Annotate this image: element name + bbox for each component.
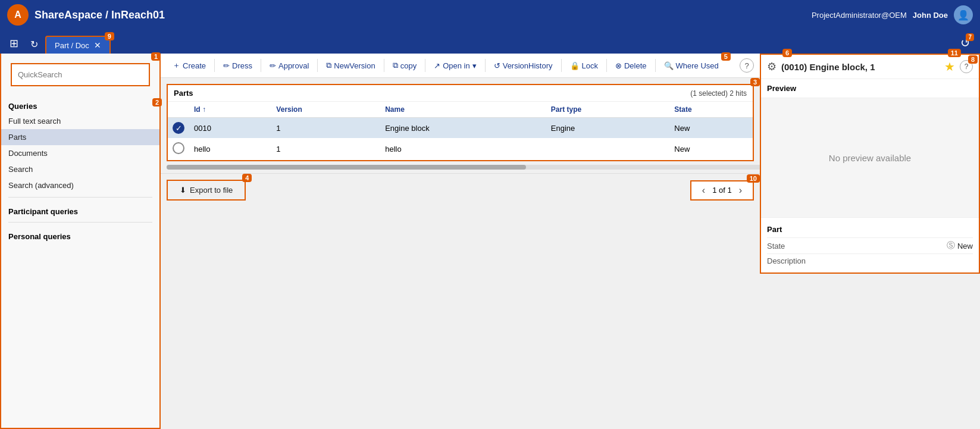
col-name[interactable]: Name — [380, 102, 546, 118]
parts-table-area: Id ↑ Version Name Part type State — [168, 102, 753, 160]
dress-icon: ✏ — [223, 61, 230, 70]
copy-button[interactable]: ⧉ copy — [387, 58, 422, 73]
toolbar-sep-3 — [317, 59, 318, 72]
col-state[interactable]: State — [669, 102, 753, 118]
row-select-cell[interactable]: ✓ — [168, 118, 189, 139]
gear-icon[interactable]: ⚙ — [767, 60, 777, 73]
toolbar-sep-5 — [425, 59, 425, 72]
table-row[interactable]: ✓ 0010 1 Engine block Engine New — [168, 118, 753, 139]
copy-label: copy — [400, 61, 417, 70]
description-field: Description — [767, 253, 973, 268]
export-button[interactable]: ⬇ Export to file — [167, 180, 246, 201]
approval-icon: ✏ — [270, 61, 276, 70]
newversion-icon: ⧉ — [326, 61, 331, 70]
create-button[interactable]: ＋ Create — [167, 57, 212, 74]
sidebar-item-search[interactable]: Search — [1, 161, 159, 177]
row-id: hello — [189, 138, 271, 160]
toolbar-help-button[interactable]: ? — [740, 58, 754, 73]
toolbar-sep-4 — [384, 59, 384, 72]
approval-button[interactable]: ✏ Approval — [264, 58, 315, 73]
row-checkbox[interactable]: ✓ — [173, 122, 184, 134]
table-row[interactable]: hello 1 hello New — [168, 138, 753, 160]
openin-button[interactable]: ↗ Open in ▾ — [428, 58, 483, 73]
tab-bar: ⊞ ↻ Part / Doc ✕ 9 ↺ 7 — [0, 30, 980, 54]
state-field: State Ⓢ New — [767, 237, 973, 253]
openin-icon: ↗ — [434, 61, 440, 70]
detail-help-badge: 8 — [968, 55, 978, 64]
create-icon: ＋ — [173, 60, 180, 71]
preview-area: No preview available — [761, 98, 979, 217]
sidebar-divider-2 — [8, 222, 152, 223]
pagination: ‹ 1 of 1 › — [690, 180, 754, 201]
dress-label: Dress — [232, 61, 252, 70]
refresh-icon-button[interactable]: ↻ — [26, 35, 43, 54]
export-badge: 4 — [242, 174, 252, 182]
star-button[interactable]: ★ — [944, 60, 955, 74]
sidebar-item-documents[interactable]: Documents — [1, 145, 159, 161]
row-version: 1 — [271, 118, 380, 139]
pagination-next[interactable]: › — [737, 185, 744, 196]
scrollbar-thumb[interactable] — [167, 165, 526, 170]
export-label: Export to file — [190, 186, 233, 195]
pagination-prev[interactable]: ‹ — [700, 185, 707, 196]
content-area: ＋ Create ✏ Dress ✏ Approval ⧉ NewVersion — [161, 54, 760, 429]
delete-button[interactable]: ⊗ Delete — [609, 58, 653, 73]
col-parttype[interactable]: Part type — [546, 102, 669, 118]
lock-label: Lock — [582, 61, 598, 70]
openin-label: Open in — [443, 61, 470, 70]
panel-title: (0010) Engine block, 1 — [781, 62, 940, 72]
row-parttype: Engine — [546, 118, 669, 139]
pagination-text: 1 of 1 — [712, 186, 732, 195]
parts-panel: Parts (1 selected) 2 hits Id ↑ — [167, 84, 754, 161]
col-version[interactable]: Version — [271, 102, 380, 118]
main-layout: 1 Queries 2 Full text search Parts Docum… — [0, 54, 980, 429]
header-user: ProjectAdministrator@OEM John Doe 👤 — [812, 5, 973, 24]
whereused-button[interactable]: 🔍 Where Used — [658, 58, 725, 73]
newversion-label: NewVersion — [334, 61, 375, 70]
parts-panel-header: Parts (1 selected) 2 hits — [168, 85, 753, 102]
col-id[interactable]: Id ↑ — [189, 102, 271, 118]
lock-icon: 🔒 — [570, 61, 580, 70]
description-label: Description — [767, 256, 806, 265]
history-badge: 7 — [966, 33, 974, 41]
row-checkbox[interactable] — [173, 142, 184, 154]
row-parttype — [546, 138, 669, 160]
toolbar-sep-2 — [261, 59, 261, 72]
part-section: Part State Ⓢ New Description — [761, 217, 979, 273]
participant-queries-title: Participant queries — [1, 201, 159, 218]
app-logo: A — [7, 4, 29, 26]
parts-hits: (1 selected) 2 hits — [690, 89, 747, 98]
row-select-cell[interactable] — [168, 138, 189, 160]
toolbar-sep-9 — [655, 59, 656, 72]
row-name: Engine block — [380, 118, 546, 139]
search-input[interactable] — [18, 70, 143, 79]
whereused-label: Where Used — [676, 61, 719, 70]
tab-badge: 9 — [105, 32, 114, 40]
row-state: New — [669, 118, 753, 139]
header: A ShareAspace / InReach01 ProjectAdminis… — [0, 0, 980, 30]
copy-icon: ⧉ — [393, 61, 398, 70]
horizontal-scrollbar[interactable] — [167, 165, 766, 170]
table-header-row: Id ↑ Version Name Part type State — [168, 102, 753, 118]
col-select — [168, 102, 189, 118]
avatar[interactable]: 👤 — [954, 5, 973, 24]
sidebar: 1 Queries 2 Full text search Parts Docum… — [0, 54, 161, 429]
right-panel-header: ⚙ (0010) Engine block, 1 ★ ? 8 6 11 — [761, 55, 979, 79]
tab-close-button[interactable]: ✕ — [94, 40, 101, 50]
versionhistory-button[interactable]: ↺ VersionHistory — [488, 58, 559, 73]
parts-table: Id ↑ Version Name Part type State — [168, 102, 753, 160]
openin-arrow: ▾ — [472, 61, 477, 70]
grid-icon-button[interactable]: ⊞ — [5, 33, 23, 54]
newversion-button[interactable]: ⧉ NewVersion — [320, 58, 381, 73]
sidebar-item-parts[interactable]: Parts — [1, 129, 159, 145]
parts-badge: 3 — [750, 78, 760, 86]
toolbar-whereused-badge: 5 — [721, 52, 731, 61]
tab-part-doc[interactable]: Part / Doc ✕ 9 — [45, 36, 111, 54]
dress-button[interactable]: ✏ Dress — [217, 58, 258, 73]
lock-button[interactable]: 🔒 Lock — [564, 58, 604, 73]
row-name: hello — [380, 138, 546, 160]
state-value: Ⓢ New — [947, 240, 973, 251]
sidebar-item-search-advanced[interactable]: Search (advanced) — [1, 177, 159, 193]
delete-icon: ⊗ — [615, 61, 622, 70]
sidebar-item-fulltext[interactable]: Full text search — [1, 113, 159, 129]
